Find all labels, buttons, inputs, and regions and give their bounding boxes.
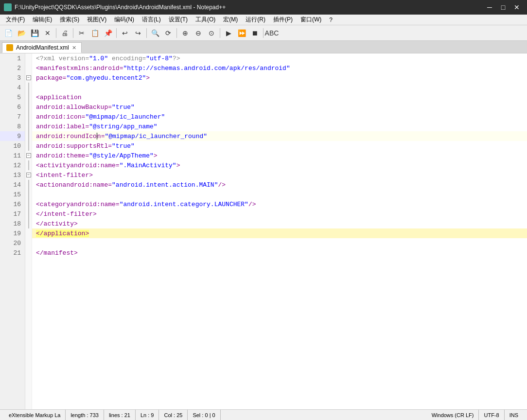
close-tab-button[interactable]: ✕ (41, 27, 54, 39)
menu-item-o[interactable]: 工具(O) (192, 15, 219, 25)
macro-button[interactable]: ▶ (222, 27, 235, 39)
code-line-3: package="com.ghyedu.tencent2"> (32, 73, 527, 83)
code-area[interactable]: <?xml version="1.0" encoding="utf-8"?> <… (32, 53, 527, 409)
redo-button[interactable]: ↪ (132, 27, 144, 39)
code-line-11: android:theme="@style/AppTheme"> (32, 151, 527, 160)
line-number-9: 9 (0, 131, 25, 141)
zoom-in-button[interactable]: ⊕ (179, 27, 192, 39)
menu-item-s[interactable]: 搜索(S) (56, 15, 83, 25)
line-number-10: 10 (0, 141, 25, 151)
title-bar-controls: ─ □ ✕ (483, 1, 523, 14)
minimize-button[interactable]: ─ (483, 1, 496, 14)
tab-label: AndroidManifest.xml (16, 44, 69, 51)
code-line-7: android:icon="@mipmap/ic_launcher" (32, 112, 527, 122)
print-button[interactable]: 🖨 (58, 27, 71, 39)
new-button[interactable]: 📄 (2, 27, 15, 39)
code-line-2: <manifest xmlns:android="http://schemas.… (32, 63, 527, 73)
line-number-15: 15 (0, 190, 25, 199)
status-encoding: UTF-8 (479, 410, 504, 420)
fold-box-3[interactable]: − (26, 75, 31, 80)
menu-item-t[interactable]: 设置(T) (165, 15, 192, 25)
menu-item-m[interactable]: 宏(M) (219, 15, 242, 25)
fold-line-8 (25, 122, 32, 131)
copy-button[interactable]: 📋 (88, 27, 101, 39)
menu-item-f[interactable]: 文件(F) (2, 15, 29, 25)
menu-item-v[interactable]: 视图(V) (83, 15, 110, 25)
macro-run-button[interactable]: ⏩ (235, 27, 248, 39)
menu-item-r[interactable]: 运行(R) (242, 15, 269, 25)
menu-item-w[interactable]: 窗口(W) (297, 15, 325, 25)
fold-line-9 (25, 131, 32, 141)
toolbar-sep-3 (116, 28, 117, 38)
fold-box-13[interactable]: − (26, 173, 31, 177)
fold-line-bar-8 (28, 122, 29, 131)
fold-bar: −−− (25, 53, 32, 409)
status-sel: Sel : 0 | 0 (188, 410, 220, 420)
open-button[interactable]: 📂 (15, 27, 28, 39)
line-number-gutter: 123456789101112131415161718192021 (0, 53, 25, 409)
tab-androidmanifest[interactable]: AndroidManifest.xml ✕ (2, 42, 82, 53)
code-line-15 (32, 190, 527, 199)
fold-line-14 (25, 180, 32, 190)
line-number-17: 17 (0, 209, 25, 219)
cut-button[interactable]: ✂ (75, 27, 88, 39)
menu-item-p[interactable]: 插件(P) (269, 15, 297, 25)
fold-line-bar-14 (28, 180, 29, 190)
menu-item-e[interactable]: 编辑(E) (29, 15, 56, 25)
fold-line-3: − (25, 73, 32, 83)
paste-button[interactable]: 📌 (102, 27, 114, 39)
fold-line-11: − (25, 151, 32, 160)
fold-line-4 (25, 83, 32, 92)
app-icon (4, 3, 12, 11)
status-line-ending: Windows (CR LF) (427, 410, 479, 420)
code-line-13: <intent-filter> (32, 170, 527, 180)
fold-line-bar-15 (28, 190, 29, 199)
fold-line-19 (25, 228, 32, 238)
fold-line-21 (25, 248, 32, 258)
toolbar-sep-6 (220, 28, 220, 38)
maximize-button[interactable]: □ (497, 1, 509, 14)
fold-line-bar-6 (28, 102, 29, 112)
code-line-18: </activity> (32, 219, 527, 228)
close-button[interactable]: ✕ (510, 1, 523, 14)
title-bar-left: F:\UnityProject\QQSDK\Assets\Plugins\And… (4, 3, 226, 11)
fold-line-16 (25, 199, 32, 209)
fold-line-7 (25, 112, 32, 122)
fold-line-10 (25, 141, 32, 151)
tab-close-icon[interactable]: ✕ (72, 45, 76, 51)
fold-line-6 (25, 102, 32, 112)
macro-stop-button[interactable]: ⏹ (248, 27, 261, 39)
menu-item-l[interactable]: 语言(L) (138, 15, 165, 25)
save-button[interactable]: 💾 (28, 27, 41, 39)
line-number-7: 7 (0, 112, 25, 122)
code-line-16: <category android:name="android.intent.c… (32, 199, 527, 209)
zoom-restore-button[interactable]: ⊙ (205, 27, 218, 39)
line-number-21: 21 (0, 248, 25, 258)
status-ins: INS (505, 410, 523, 420)
replace-button[interactable]: ⟳ (162, 27, 175, 39)
zoom-out-button[interactable]: ⊖ (192, 27, 205, 39)
undo-button[interactable]: ↩ (119, 27, 131, 39)
toolbar-sep-5 (176, 28, 177, 38)
menu-item-[interactable]: ? (325, 16, 336, 24)
line-number-19: 19 (0, 228, 25, 238)
toolbar-sep-7 (263, 28, 264, 38)
spell-button[interactable]: ABC (265, 27, 278, 39)
fold-line-18 (25, 219, 32, 228)
fold-line-20 (25, 238, 32, 248)
code-line-21: </manifest> (32, 248, 527, 258)
status-length: length : 733 (66, 410, 104, 420)
line-number-3: 3 (0, 73, 25, 83)
line-number-1: 1 (0, 53, 25, 63)
fold-line-1 (25, 53, 32, 63)
line-number-20: 20 (0, 238, 25, 248)
code-line-5: <application (32, 92, 527, 102)
menu-item-n[interactable]: 编码(N) (110, 15, 138, 25)
find-button[interactable]: 🔍 (149, 27, 161, 39)
menu-bar: 文件(F)编辑(E)搜索(S)视图(V)编码(N)语言(L)设置(T)工具(O)… (0, 15, 527, 25)
fold-line-bar-17 (28, 209, 29, 219)
title-text: F:\UnityProject\QQSDK\Assets\Plugins\And… (15, 4, 226, 11)
fold-box-11[interactable]: − (26, 153, 31, 158)
fold-line-bar-4 (28, 83, 29, 92)
fold-line-5 (25, 92, 32, 102)
